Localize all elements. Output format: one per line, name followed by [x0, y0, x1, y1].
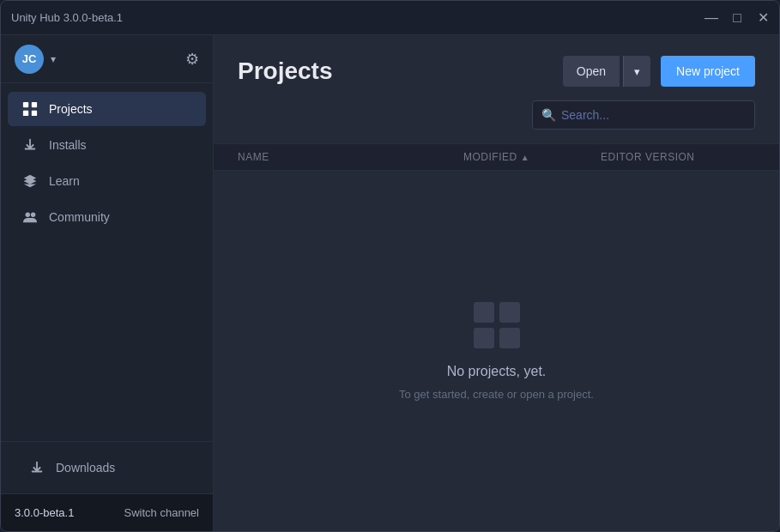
projects-icon	[21, 100, 39, 118]
window-title: Unity Hub 3.0.0-beta.1	[11, 11, 123, 24]
empty-state-icon	[474, 302, 520, 348]
avatar-chevron-icon[interactable]: ▾	[51, 53, 56, 65]
search-input[interactable]	[561, 108, 746, 122]
sort-icon: ▲	[521, 153, 529, 162]
svg-rect-2	[23, 111, 28, 116]
sidebar-item-projects-label: Projects	[49, 102, 93, 116]
sidebar-item-installs-label: Installs	[49, 138, 87, 152]
svg-rect-1	[32, 102, 37, 107]
installs-icon	[21, 136, 39, 154]
open-button[interactable]: Open	[563, 56, 620, 87]
sidebar-item-learn-label: Learn	[49, 174, 80, 188]
avatar[interactable]: JC	[15, 45, 44, 74]
close-button[interactable]: ✕	[757, 12, 769, 24]
search-icon: 🔍	[541, 108, 556, 122]
sidebar-item-projects[interactable]: Projects	[8, 92, 206, 126]
sidebar-header: JC ▾ ⚙	[1, 35, 213, 83]
sidebar-bottom: Downloads	[1, 441, 213, 493]
open-dropdown-button[interactable]: ▾	[623, 56, 650, 87]
window-controls: — □ ✕	[705, 12, 769, 24]
page-title: Projects	[238, 57, 333, 85]
empty-icon-square-3	[474, 328, 494, 348]
minimize-button[interactable]: —	[705, 12, 717, 24]
svg-rect-3	[32, 111, 37, 116]
sidebar-item-installs[interactable]: Installs	[8, 128, 206, 162]
content-header: Projects Open ▾ New project	[214, 35, 779, 100]
empty-icon-square-2	[499, 302, 520, 323]
downloads-icon	[28, 459, 45, 476]
search-bar[interactable]: 🔍	[532, 100, 755, 130]
learn-icon	[21, 172, 39, 190]
new-project-button[interactable]: New project	[661, 56, 755, 87]
sidebar-item-community[interactable]: Community	[8, 200, 206, 234]
column-name: NAME	[238, 151, 463, 163]
version-label: 3.0.0-beta.1	[15, 506, 74, 519]
empty-icon-square-4	[499, 328, 520, 348]
table-header: NAME MODIFIED ▲ EDITOR VERSION	[214, 143, 779, 171]
chevron-down-icon: ▾	[634, 65, 640, 78]
sidebar-footer: 3.0.0-beta.1 Switch channel	[1, 493, 213, 531]
empty-state-subtitle: To get started, create or open a project…	[399, 388, 594, 401]
main-layout: JC ▾ ⚙ Projects Installs	[1, 35, 779, 531]
column-modified[interactable]: MODIFIED ▲	[463, 151, 601, 163]
gear-icon[interactable]: ⚙	[185, 50, 199, 69]
title-bar: Unity Hub 3.0.0-beta.1 — □ ✕	[1, 1, 779, 35]
svg-point-5	[31, 213, 35, 217]
svg-rect-0	[23, 102, 28, 107]
empty-state: No projects, yet. To get started, create…	[214, 171, 779, 531]
switch-channel-button[interactable]: Switch channel	[124, 506, 199, 519]
sidebar: JC ▾ ⚙ Projects Installs	[1, 35, 214, 531]
empty-icon-square-1	[474, 302, 494, 323]
content-area: Projects Open ▾ New project 🔍 NAME MODIF…	[214, 35, 779, 531]
sidebar-item-learn[interactable]: Learn	[8, 164, 206, 198]
sidebar-item-community-label: Community	[49, 210, 110, 224]
column-editor-version: EDITOR VERSION	[601, 151, 755, 163]
empty-state-title: No projects, yet.	[447, 364, 547, 379]
search-container: 🔍	[214, 100, 779, 143]
sidebar-item-downloads-label: Downloads	[56, 461, 115, 475]
header-actions: Open ▾ New project	[563, 56, 755, 87]
community-icon	[21, 209, 39, 226]
sidebar-item-downloads[interactable]: Downloads	[15, 450, 199, 485]
maximize-button[interactable]: □	[731, 12, 743, 24]
sidebar-nav: Projects Installs Learn	[1, 83, 213, 441]
svg-point-4	[26, 213, 30, 217]
